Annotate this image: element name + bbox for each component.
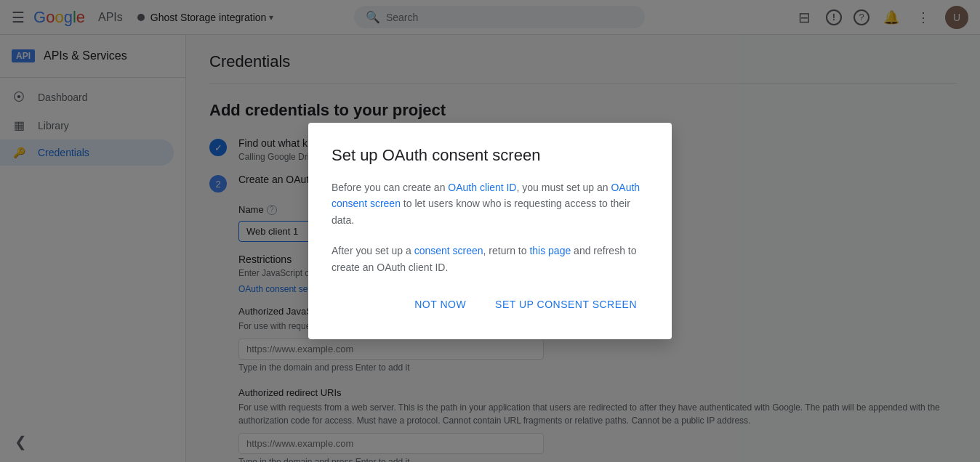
not-now-button[interactable]: NOT NOW <box>403 293 478 316</box>
this-page-link[interactable]: this page <box>529 245 571 256</box>
consent-screen-link[interactable]: consent screen <box>414 245 483 256</box>
dialog-overlay: Set up OAuth consent screen Before you c… <box>0 0 980 462</box>
setup-consent-screen-button[interactable]: SET UP CONSENT SCREEN <box>483 293 648 316</box>
oauth-consent-dialog: Set up OAuth consent screen Before you c… <box>308 123 672 339</box>
dialog-body-2: After you set up a consent screen, retur… <box>332 243 648 275</box>
dialog-actions: NOT NOW SET UP CONSENT SCREEN <box>332 293 648 316</box>
dialog-title: Set up OAuth consent screen <box>332 146 648 165</box>
oauth-client-id-link[interactable]: OAuth client ID <box>448 182 516 193</box>
dialog-body-1: Before you can create an OAuth client ID… <box>332 179 648 228</box>
